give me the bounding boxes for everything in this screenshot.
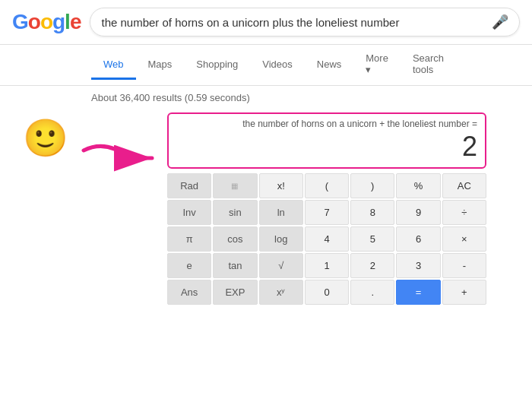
calc-btn-close-paren[interactable]: ) bbox=[350, 173, 394, 198]
calc-btn-8[interactable]: 8 bbox=[350, 200, 394, 225]
calc-btn-6[interactable]: 6 bbox=[396, 226, 440, 252]
calc-btn-log[interactable]: log bbox=[259, 226, 303, 252]
tab-web[interactable]: Web bbox=[91, 51, 136, 80]
tab-search-tools[interactable]: Search tools bbox=[401, 45, 456, 85]
calc-btn-5[interactable]: 5 bbox=[350, 226, 394, 252]
search-input[interactable] bbox=[101, 16, 492, 29]
calc-btn-e[interactable]: e bbox=[167, 253, 211, 278]
nav-tabs: Web Maps Shopping Videos News More ▾ Sea… bbox=[0, 45, 532, 86]
tab-videos[interactable]: Videos bbox=[250, 51, 305, 80]
calc-btn-inv[interactable]: Inv bbox=[167, 200, 211, 225]
calc-btn-tan[interactable]: tan bbox=[213, 253, 257, 278]
calc-btn-percent[interactable]: % bbox=[396, 173, 440, 198]
calc-expression: the number of horns on a unicorn + the l… bbox=[176, 119, 477, 129]
calc-btn-7[interactable]: 7 bbox=[305, 200, 349, 225]
smiley-icon: 🙂 bbox=[23, 120, 68, 157]
calc-btn-ans[interactable]: Ans bbox=[167, 280, 211, 305]
calc-btn-ln[interactable]: ln bbox=[259, 200, 303, 225]
search-bar: 🎤 bbox=[90, 8, 520, 36]
calc-btn-open-paren[interactable]: ( bbox=[305, 173, 349, 198]
calc-btn-grid[interactable]: ▦ bbox=[213, 173, 257, 198]
google-logo: Google bbox=[12, 10, 81, 34]
calc-btn-factorial[interactable]: x! bbox=[259, 173, 303, 198]
calc-btn-equals[interactable]: = bbox=[396, 280, 440, 305]
calc-btn-subtract[interactable]: - bbox=[442, 253, 486, 278]
calc-btn-sin[interactable]: sin bbox=[213, 200, 257, 225]
calculator: the number of horns on a unicorn + the l… bbox=[167, 112, 486, 305]
results-summary: About 36,400 results (0.59 seconds) bbox=[0, 86, 532, 106]
calc-buttons: Rad ▦ x! ( ) % AC Inv sin ln 7 8 9 ÷ π c… bbox=[167, 173, 486, 305]
calc-btn-multiply[interactable]: × bbox=[442, 226, 486, 252]
tab-maps[interactable]: Maps bbox=[136, 51, 185, 80]
calc-btn-4[interactable]: 4 bbox=[305, 226, 349, 252]
calc-btn-divide[interactable]: ÷ bbox=[442, 200, 486, 225]
calc-btn-power[interactable]: xʸ bbox=[259, 280, 303, 305]
mic-button[interactable]: 🎤 bbox=[492, 14, 508, 30]
arrow-container bbox=[76, 112, 167, 305]
calc-btn-2[interactable]: 2 bbox=[350, 253, 394, 278]
tab-more[interactable]: More ▾ bbox=[353, 45, 401, 85]
calc-btn-pi[interactable]: π bbox=[167, 226, 211, 252]
smiley-area: 🙂 bbox=[15, 112, 76, 305]
header: Google 🎤 bbox=[0, 0, 532, 45]
calc-result: 2 bbox=[176, 131, 477, 163]
calc-display: the number of horns on a unicorn + the l… bbox=[167, 112, 486, 169]
tab-shopping[interactable]: Shopping bbox=[184, 51, 250, 80]
calc-btn-sqrt[interactable]: √ bbox=[259, 253, 303, 278]
tab-news[interactable]: News bbox=[305, 51, 354, 80]
calc-btn-rad[interactable]: Rad bbox=[167, 173, 211, 198]
calc-btn-ac[interactable]: AC bbox=[442, 173, 486, 198]
calc-btn-3[interactable]: 3 bbox=[396, 253, 440, 278]
main-content: 🙂 the number of horns on a unicorn + the… bbox=[0, 106, 532, 305]
calc-btn-0[interactable]: 0 bbox=[305, 280, 349, 305]
calc-btn-add[interactable]: + bbox=[442, 280, 486, 305]
arrow-icon bbox=[76, 135, 160, 181]
calc-btn-1[interactable]: 1 bbox=[305, 253, 349, 278]
calc-btn-exp[interactable]: EXP bbox=[213, 280, 257, 305]
calc-btn-cos[interactable]: cos bbox=[213, 226, 257, 252]
calc-btn-decimal[interactable]: . bbox=[350, 280, 394, 305]
calc-btn-9[interactable]: 9 bbox=[396, 200, 440, 225]
